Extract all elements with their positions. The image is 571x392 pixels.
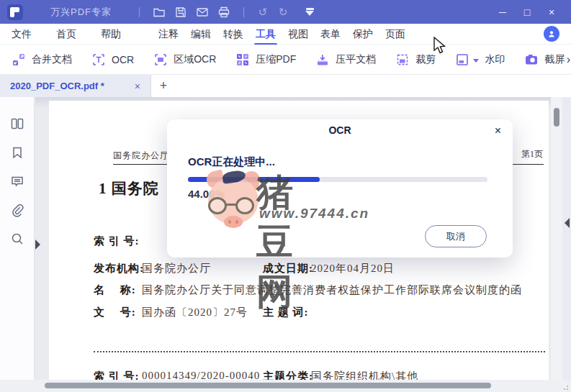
menu-tools[interactable]: 工具: [256, 25, 276, 43]
app-window: 万兴PDF专家 ↺ ↻ ─ □ × 文件 首页 帮助 注释 编辑: [0, 0, 571, 392]
sidebar-search-button[interactable]: [6, 228, 28, 250]
camera-icon: [524, 53, 539, 67]
tab-title: 2020_PDF_OCR.pdf *: [10, 81, 132, 91]
dialog-title: OCR: [167, 124, 513, 136]
area-ocr-icon: [153, 53, 168, 67]
paperclip-icon: [10, 203, 24, 217]
progress-bar-fill: [188, 177, 320, 182]
ocr-icon: [91, 53, 106, 67]
horizontal-scrollbar[interactable]: [0, 380, 571, 392]
open-file-button[interactable]: [148, 3, 170, 22]
tab-close-button[interactable]: ×: [132, 81, 143, 92]
dotted-divider: [94, 351, 545, 352]
ocr-status-text: OCR正在处理中...: [188, 155, 275, 169]
menubar: 文件 首页 帮助 注释 编辑 转换 工具 视图 表单 保护 页面: [0, 24, 571, 45]
area-ocr-button[interactable]: 区域OCR: [153, 53, 216, 67]
page-number: 第1页: [521, 148, 543, 160]
screenshot-button[interactable]: 截屏: [524, 53, 565, 67]
email-button[interactable]: [192, 3, 213, 22]
vertical-scrollbar[interactable]: [551, 97, 562, 380]
maximize-button[interactable]: □: [515, 3, 539, 22]
menu-edit[interactable]: 编辑: [191, 25, 211, 43]
menu-home[interactable]: 首页: [56, 25, 76, 43]
sidebar-expand-handle[interactable]: [35, 240, 40, 250]
undo-button[interactable]: ↺: [253, 6, 273, 19]
flatten-pdf-button[interactable]: 压平文档: [315, 53, 376, 67]
menu-convert[interactable]: 转换: [223, 25, 243, 43]
document-heading: 1 国务院: [99, 178, 159, 199]
app-title: 万兴PDF专家: [50, 6, 112, 19]
mouse-cursor-icon: [433, 37, 447, 55]
folder-icon: [153, 6, 166, 19]
menu-file[interactable]: 文件: [12, 25, 32, 43]
mail-icon: [196, 6, 209, 19]
tools-toolbar: 合并文档 OCR 区域OCR 压缩PDF 压平文档 裁剪 水印: [0, 45, 571, 75]
sidebar-attachments-button[interactable]: [6, 199, 28, 221]
crop-button[interactable]: 裁剪: [395, 53, 436, 67]
titlebar-separator: [243, 7, 244, 17]
ocr-button[interactable]: OCR: [91, 53, 134, 67]
menu-form[interactable]: 表单: [320, 25, 341, 43]
minimize-button[interactable]: ─: [490, 3, 515, 22]
user-avatar[interactable]: [544, 26, 559, 42]
crop-icon: [395, 53, 410, 67]
new-tab-button[interactable]: +: [151, 75, 176, 97]
sidebar-thumbnails-button[interactable]: [6, 113, 28, 135]
document-tab[interactable]: 2020_PDF_OCR.pdf * ×: [0, 75, 151, 97]
progress-percent: 44.06%: [188, 188, 225, 200]
search-icon: [10, 232, 24, 246]
collapse-toolbar-button[interactable]: [300, 8, 319, 16]
collapse-toolbar-icon: [306, 8, 314, 10]
resize-grip[interactable]: [561, 383, 568, 390]
watermark-icon: [455, 53, 469, 67]
watermark-button[interactable]: 水印: [455, 53, 505, 67]
progress-bar: [188, 177, 487, 182]
right-panel-expand-handle[interactable]: [565, 218, 570, 228]
sidebar-bookmarks-button[interactable]: [6, 142, 28, 163]
bookmark-icon: [10, 145, 24, 160]
menu-protect[interactable]: 保护: [353, 25, 373, 43]
person-icon: [547, 29, 557, 39]
save-button[interactable]: [170, 3, 192, 22]
sidebar-comments-button[interactable]: [6, 170, 28, 192]
app-logo-icon: [7, 4, 23, 20]
vertical-scrollbar-thumb[interactable]: [554, 108, 559, 127]
window-controls: ─ □ ×: [490, 3, 564, 22]
left-sidebar: [0, 97, 35, 380]
titlebar-separator: [139, 7, 140, 17]
save-icon: [174, 6, 187, 19]
compress-pdf-button[interactable]: 压缩PDF: [235, 53, 296, 67]
titlebar: 万兴PDF专家 ↺ ↻ ─ □ ×: [0, 0, 571, 24]
ocr-dialog: OCR × OCR正在处理中... 44.06% 取消: [167, 119, 513, 257]
dialog-close-button[interactable]: ×: [495, 125, 501, 137]
flatten-pdf-icon: [315, 53, 330, 67]
thumbnails-icon: [10, 117, 24, 131]
menu-page[interactable]: 页面: [385, 25, 405, 43]
cancel-button[interactable]: 取消: [425, 225, 487, 247]
print-icon: [217, 6, 230, 19]
watermark-dropdown-caret[interactable]: [473, 59, 479, 63]
close-window-button[interactable]: ×: [539, 3, 564, 22]
menu-help[interactable]: 帮助: [101, 25, 121, 43]
toolbar-overflow-chevron[interactable]: ›: [567, 53, 570, 66]
merge-documents-icon: [12, 53, 26, 67]
menu-view[interactable]: 视图: [288, 25, 308, 43]
comment-icon: [10, 174, 24, 188]
print-button[interactable]: [213, 3, 235, 22]
menu-comment[interactable]: 注释: [158, 25, 179, 43]
merge-documents-button[interactable]: 合并文档: [12, 53, 72, 67]
redo-button[interactable]: ↻: [273, 6, 293, 19]
tabbar: 2020_PDF_OCR.pdf * × +: [0, 75, 571, 97]
compress-pdf-icon: [235, 53, 250, 67]
horizontal-scrollbar-thumb[interactable]: [45, 383, 491, 388]
